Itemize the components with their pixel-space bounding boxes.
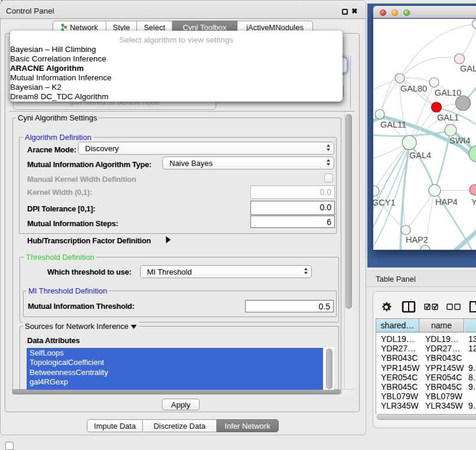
svg-text:HAP4: HAP4 — [435, 197, 458, 207]
svg-text:GAL10: GAL10 — [435, 88, 461, 97]
svg-text:Y: Y — [471, 197, 476, 207]
svg-text:GAL11: GAL11 — [380, 120, 406, 129]
svg-text:GAL1: GAL1 — [437, 113, 459, 122]
svg-text:GCY1: GCY1 — [373, 198, 396, 207]
svg-text:GAL80: GAL80 — [400, 84, 427, 93]
svg-text:GAL4: GAL4 — [409, 151, 431, 160]
svg-text:HAP2: HAP2 — [406, 235, 428, 244]
svg-text:GAL7: GAL7 — [460, 64, 476, 73]
svg-text:SWI4: SWI4 — [449, 136, 470, 145]
